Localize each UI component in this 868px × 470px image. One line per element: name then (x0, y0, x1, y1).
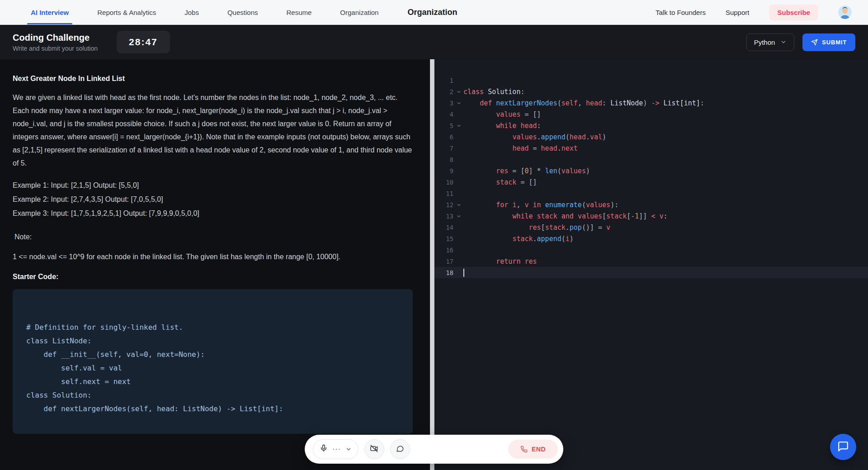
line-number: 4 (434, 111, 454, 118)
submit-label: SUBMIT (822, 39, 847, 46)
editor-line[interactable]: 15 stack.append(i) (434, 233, 868, 244)
mic-control-group[interactable]: ··· (313, 439, 359, 459)
line-number: 15 (434, 235, 454, 242)
subscribe-button[interactable]: Subscribe (769, 5, 818, 20)
fold-chevron-icon[interactable] (454, 214, 463, 218)
code-editor[interactable]: 12class Solution:3 def nextLargerNodes(s… (434, 59, 868, 470)
header-actions: Python SUBMIT (746, 33, 855, 51)
chat-fab-button[interactable] (830, 434, 856, 460)
starter-code-block: # Definition for singly-linked list.clas… (13, 289, 413, 434)
editor-lines: 12class Solution:3 def nextLargerNodes(s… (434, 75, 868, 278)
editor-line[interactable]: 18 (434, 267, 868, 278)
editor-line[interactable]: 14 res[stack.pop()] = v (434, 222, 868, 233)
chevron-down-icon (780, 39, 787, 45)
line-number: 2 (434, 88, 454, 95)
nav-item-questions[interactable]: Questions (227, 0, 258, 24)
microphone-icon (320, 444, 328, 454)
starter-code-line: class Solution: (26, 389, 399, 402)
example-line: Example 1: Input: [2,1,5] Output: [5,5,0… (13, 181, 413, 190)
line-number: 12 (434, 201, 454, 209)
fold-chevron-icon[interactable] (454, 101, 463, 105)
problem-panel: Next Greater Node In Linked List We are … (0, 59, 430, 470)
nav-item-ai-interview[interactable]: AI Interview (31, 0, 69, 24)
note-label: Note: (14, 233, 413, 241)
editor-line[interactable]: 10 stack = [] (434, 176, 868, 188)
editor-line[interactable]: 5 while head: (434, 120, 868, 131)
starter-code-label: Starter Code: (13, 273, 413, 281)
code-text: values.append(head.val) (463, 133, 606, 141)
code-text: values = [] (463, 110, 541, 119)
language-select-value: Python (754, 38, 775, 46)
end-call-label: END (532, 446, 546, 453)
editor-line[interactable]: 9 res = [0] * len(values) (434, 165, 868, 176)
starter-code-line (26, 307, 399, 321)
nav-right: Talk to FoundersSupport Subscribe (656, 5, 852, 20)
user-avatar-image (838, 13, 852, 19)
editor-line[interactable]: 17 return res (434, 256, 868, 267)
line-number: 1 (434, 77, 454, 84)
line-number: 3 (434, 100, 454, 107)
line-number: 13 (434, 213, 454, 220)
fold-chevron-icon[interactable] (454, 123, 463, 128)
nav-item-jobs[interactable]: Jobs (184, 0, 199, 24)
editor-line[interactable]: 1 (434, 75, 868, 86)
example-line: Example 3: Input: [1,7,5,1,9,2,5,1] Outp… (13, 209, 413, 218)
line-number: 9 (434, 167, 454, 175)
nav-item-resume[interactable]: Resume (287, 0, 312, 24)
nav-link-support[interactable]: Support (726, 9, 750, 16)
editor-line[interactable]: 12 for i, v in enumerate(values): (434, 199, 868, 210)
fold-chevron-icon[interactable] (454, 90, 463, 94)
editor-line[interactable]: 3 def nextLargerNodes(self, head: ListNo… (434, 97, 868, 109)
text-cursor (463, 269, 464, 277)
panel-resize-divider[interactable] (430, 59, 434, 470)
example-line: Example 2: Input: [2,7,4,3,5] Output: [7… (13, 195, 413, 204)
language-select[interactable]: Python (746, 33, 795, 51)
editor-line[interactable]: 16 (434, 244, 868, 256)
nav-links: Talk to FoundersSupport (656, 9, 749, 16)
code-text: stack = [] (463, 178, 537, 186)
page-title: Coding Challenge (13, 33, 98, 43)
editor-line[interactable]: 11 (434, 188, 868, 199)
nav-item-organization[interactable]: Organization (340, 0, 378, 24)
phone-icon (520, 446, 528, 453)
starter-code-line: class ListNode: (26, 334, 399, 348)
send-icon (811, 39, 818, 46)
editor-line[interactable]: 6 values.append(head.val) (434, 131, 868, 142)
page-subtitle: Write and submit your solution (13, 45, 98, 52)
line-number: 11 (434, 190, 454, 197)
starter-code-line: # Definition for singly-linked list. (26, 321, 399, 334)
editor-line[interactable]: 7 head = head.next (434, 142, 868, 154)
editor-line[interactable]: 4 values = [] (434, 109, 868, 120)
chat-bubble-icon (837, 441, 849, 454)
line-number: 10 (434, 179, 454, 186)
code-text: res[stack.pop()] = v (463, 223, 610, 232)
submit-button[interactable]: SUBMIT (802, 33, 855, 51)
fold-chevron-icon[interactable] (454, 203, 463, 207)
code-text: head = head.next (463, 144, 578, 152)
nav-link-talk-to-founders[interactable]: Talk to Founders (656, 9, 706, 16)
nav-items: AI InterviewReports & AnalyticsJobsQuest… (31, 0, 378, 24)
camera-off-button[interactable] (364, 439, 384, 459)
chat-icon (396, 445, 404, 454)
countdown-timer: 28:47 (117, 31, 170, 53)
editor-line[interactable]: 8 (434, 154, 868, 165)
code-text: while head: (463, 122, 541, 130)
line-number: 8 (434, 156, 454, 163)
end-call-button[interactable]: END (508, 440, 558, 459)
starter-code-line: def __init__(self, val=0, next=None): (26, 348, 399, 361)
camera-off-icon (370, 444, 378, 454)
chat-button[interactable] (390, 439, 410, 459)
line-number: 17 (434, 258, 454, 265)
code-text: for i, v in enumerate(values): (463, 201, 618, 209)
avatar[interactable] (838, 5, 852, 19)
starter-code-line: def nextLargerNodes(self, head: ListNode… (26, 402, 399, 416)
top-navbar: AI InterviewReports & AnalyticsJobsQuest… (0, 0, 868, 25)
code-text: while stack and values[stack[-1]] < v: (463, 212, 668, 220)
org-name: Organization (407, 8, 457, 17)
editor-line[interactable]: 2class Solution: (434, 86, 868, 97)
header-titles: Coding Challenge Write and submit your s… (13, 33, 98, 52)
editor-line[interactable]: 13 while stack and values[stack[-1]] < v… (434, 210, 868, 222)
nav-item-reports-analytics[interactable]: Reports & Analytics (97, 0, 156, 24)
code-text: return res (463, 257, 537, 266)
challenge-header: Coding Challenge Write and submit your s… (0, 25, 868, 59)
